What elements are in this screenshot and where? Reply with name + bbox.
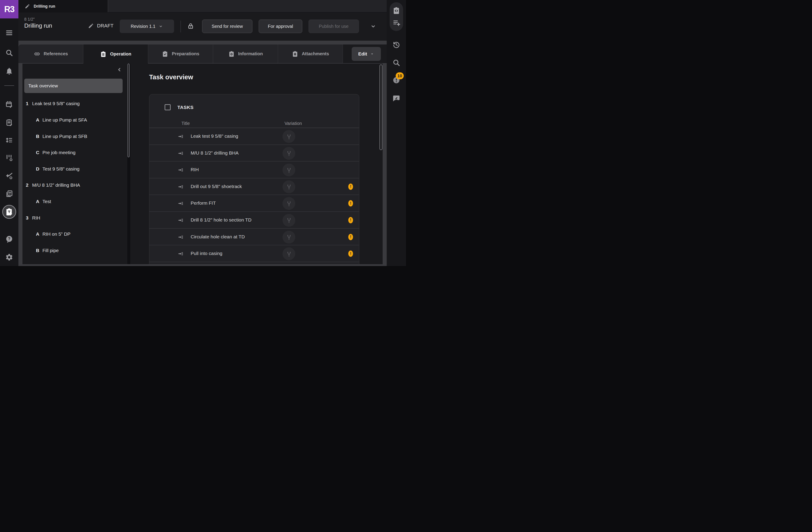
comment-edit-icon[interactable]	[392, 95, 401, 102]
clipboard-gear-icon	[228, 51, 235, 57]
variation-button[interactable]	[282, 197, 295, 210]
nav-item-label: Line up Pump at SFB	[42, 132, 87, 140]
branch-icon	[286, 150, 292, 157]
window-tab-drilling-run[interactable]: Drilling run	[18, 0, 108, 13]
nav-item[interactable]: C Pre job meeting	[23, 149, 127, 156]
search-icon[interactable]	[5, 49, 13, 57]
nav-item-letter: D	[36, 165, 39, 173]
table-row[interactable]: Leak test 9 5/8" casing	[149, 128, 359, 145]
warning-badge: !	[348, 217, 353, 223]
search-icon[interactable]	[392, 59, 401, 67]
revision-label: Revision 1.1	[131, 24, 155, 29]
variation-button[interactable]	[282, 231, 295, 244]
warning-badge: !	[348, 184, 353, 190]
menu-icon[interactable]	[5, 29, 13, 37]
variation-button[interactable]	[282, 247, 295, 260]
table-row[interactable]: Drill out 9 5/8" shoetrack !	[149, 178, 359, 195]
variation-button[interactable]	[282, 163, 295, 176]
list-reorder-icon[interactable]	[5, 136, 13, 144]
pencil-icon	[25, 4, 30, 9]
jump-to-task-icon[interactable]	[178, 150, 184, 156]
tab-references[interactable]: References	[18, 44, 83, 63]
clipboard-code-icon[interactable]	[392, 6, 401, 15]
tab-preparations-label: Preparations	[172, 51, 199, 56]
tab-information[interactable]: Information	[213, 44, 278, 63]
branch-icon	[286, 234, 292, 240]
pipeline-settings-icon[interactable]	[5, 154, 13, 162]
publish-for-use-button-disabled[interactable]: Publish for use	[308, 19, 359, 33]
task-title: Leak test 9 5/8" casing	[191, 128, 238, 144]
task-title: Perform FIT	[191, 195, 216, 211]
nav-scrollbar-thumb[interactable]	[128, 63, 130, 157]
jump-to-task-icon[interactable]	[178, 251, 184, 257]
notifications-bell-icon[interactable]	[5, 67, 13, 75]
clipboard-edit-icon[interactable]	[5, 118, 13, 127]
app-logo[interactable]: R3	[0, 0, 18, 18]
jump-to-task-icon[interactable]	[178, 167, 184, 173]
tasks-select-all-checkbox[interactable]	[164, 104, 171, 110]
revision-dropdown[interactable]: Revision 1.1	[120, 19, 174, 33]
nav-item[interactable]: A RIH on 5” DP	[23, 230, 127, 238]
nav-item-number: 1	[26, 100, 29, 107]
branch-icon	[286, 200, 292, 207]
nav-item[interactable]: 3 RIH	[23, 214, 127, 222]
nav-item-label: RIH	[32, 214, 40, 222]
right-rail-pill-group	[390, 2, 403, 31]
jump-to-task-icon[interactable]	[178, 184, 184, 190]
nav-scrollbar[interactable]	[127, 63, 130, 264]
main-scrollbar-thumb[interactable]	[379, 64, 382, 150]
list-add-icon[interactable]	[392, 19, 401, 27]
for-approval-button[interactable]: For approval	[259, 19, 302, 33]
nav-item[interactable]: 1 Leak test 9 5/8" casing	[23, 100, 127, 107]
lock-icon[interactable]	[187, 23, 194, 29]
nav-item[interactable]: D Test 9 5/8" casing	[23, 165, 127, 173]
document-tab-bar: References Operation Preparations Inform…	[18, 44, 387, 63]
nav-item[interactable]: A Line up Pump at SFA	[23, 116, 127, 124]
jump-to-task-icon[interactable]	[178, 200, 184, 206]
tab-operation-active[interactable]: Operation	[83, 44, 148, 63]
nav-item[interactable]: B Line up Pump at SFB	[23, 132, 127, 140]
nav-item[interactable]: B Fill pipe	[23, 247, 127, 254]
nav-item[interactable]: A Test	[23, 198, 127, 205]
history-icon[interactable]	[392, 41, 401, 49]
page-title: Task overview	[149, 73, 193, 81]
jump-to-task-icon[interactable]	[178, 133, 184, 140]
template-library-icon[interactable]	[5, 190, 13, 198]
table-row[interactable]: Pull into casing !	[149, 245, 359, 262]
clipboard-list-icon	[100, 51, 107, 58]
nav-item-letter: B	[36, 247, 39, 254]
caret-down-icon	[370, 52, 374, 56]
help-icon[interactable]	[5, 235, 13, 243]
table-row[interactable]: Perform FIT !	[149, 195, 359, 212]
table-row[interactable]: RIH	[149, 161, 359, 178]
edit-mode-dropdown[interactable]: Edit	[352, 47, 381, 61]
table-row[interactable]: Drill 8 1/2" hole to section TD !	[149, 212, 359, 229]
nav-item-number: 2	[26, 181, 29, 189]
more-actions-chevron-icon[interactable]	[370, 23, 376, 29]
variation-button[interactable]	[282, 147, 295, 160]
jump-to-task-icon[interactable]	[178, 234, 184, 240]
clipboard-check-icon	[162, 51, 169, 57]
tab-preparations[interactable]: Preparations	[148, 44, 213, 63]
nav-item[interactable]: 2 M/U 8 1/2” drilling BHA	[23, 181, 127, 189]
jump-to-task-icon[interactable]	[178, 217, 184, 223]
send-for-review-button[interactable]: Send for review	[202, 19, 252, 33]
left-icon-rail: R3	[0, 0, 18, 266]
branch-icon	[286, 183, 292, 190]
pencil-icon	[88, 23, 94, 29]
tab-attachments[interactable]: Attachments	[278, 44, 343, 63]
nav-item-task-overview-selected[interactable]: Task overview	[24, 78, 122, 93]
tools-settings-icon[interactable]	[5, 172, 13, 180]
document-header: 8 1/2" Drilling run DRAFT Revision 1.1 S…	[18, 13, 387, 41]
settings-gear-icon[interactable]	[5, 253, 13, 261]
calendar-edit-icon[interactable]	[5, 100, 13, 109]
tab-references-label: References	[44, 51, 68, 56]
template-editor-active-item[interactable]	[2, 205, 16, 219]
variation-button[interactable]	[282, 214, 295, 227]
collapse-panel-chevron-icon[interactable]	[117, 67, 122, 73]
variation-button[interactable]	[282, 181, 295, 193]
table-row[interactable]: M/U 8 1/2” drilling BHA	[149, 145, 359, 162]
variation-button[interactable]	[282, 130, 295, 143]
template-edit-icon	[5, 207, 13, 216]
table-row[interactable]: Circulate hole clean at TD !	[149, 229, 359, 246]
